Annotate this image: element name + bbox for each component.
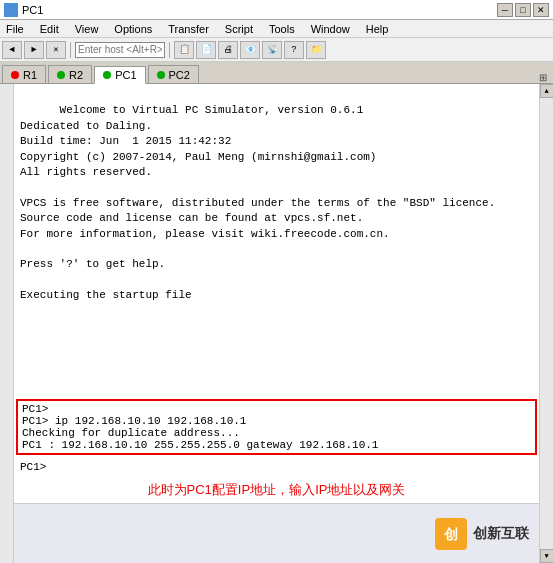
welcome-line-9: Press '?' to get help. — [20, 258, 165, 270]
toolbar-host-input[interactable] — [75, 42, 165, 58]
tab-r2-dot — [57, 71, 65, 79]
welcome-line-6: VPCS is free software, distributed under… — [20, 197, 495, 209]
menu-window[interactable]: Window — [307, 22, 354, 36]
tab-r1-label: R1 — [23, 69, 37, 81]
highlighted-command-block: PC1> PC1> ip 192.168.10.10 192.168.10.1 … — [16, 399, 537, 455]
menu-view[interactable]: View — [71, 22, 103, 36]
terminal-output: Welcome to Virtual PC Simulator, version… — [14, 84, 539, 395]
prompt-area: PC1> — [14, 459, 539, 475]
watermark-area: 创 创新互联 — [14, 503, 539, 563]
right-scrollbar[interactable]: ▲ ▼ — [539, 84, 553, 563]
menu-script[interactable]: Script — [221, 22, 257, 36]
tab-bar: R1 R2 PC1 PC2 ⊞ — [0, 62, 553, 84]
scroll-up-button[interactable]: ▲ — [540, 84, 554, 98]
welcome-line-8: For more information, please visit wiki.… — [20, 228, 390, 240]
toolbar-stop[interactable]: ✕ — [46, 41, 66, 59]
toolbar-btn1[interactable]: 📋 — [174, 41, 194, 59]
cmd-line-2: PC1> ip 192.168.10.10 192.168.10.1 — [22, 415, 531, 427]
toolbar-btn3[interactable]: 🖨 — [218, 41, 238, 59]
menu-file[interactable]: File — [2, 22, 28, 36]
tab-r2-label: R2 — [69, 69, 83, 81]
tab-resize: ⊞ — [539, 72, 551, 83]
watermark-brand: 创新互联 — [473, 525, 529, 543]
title-bar: PC1 ─ □ ✕ — [0, 0, 553, 20]
minimize-button[interactable]: ─ — [497, 3, 513, 17]
menu-edit[interactable]: Edit — [36, 22, 63, 36]
menu-options[interactable]: Options — [110, 22, 156, 36]
welcome-line-1: Welcome to Virtual PC Simulator, version… — [60, 104, 364, 116]
cmd-line-3: Checking for duplicate address... — [22, 427, 531, 439]
tab-pc2-label: PC2 — [169, 69, 190, 81]
toolbar-btn7[interactable]: 📁 — [306, 41, 326, 59]
watermark-logo: 创 — [435, 518, 467, 550]
toolbar-back[interactable]: ◄ — [2, 41, 22, 59]
toolbar-btn2[interactable]: 📄 — [196, 41, 216, 59]
terminal-area[interactable]: Welcome to Virtual PC Simulator, version… — [14, 84, 539, 563]
toolbar: ◄ ► ✕ 📋 📄 🖨 📧 📡 ? 📁 — [0, 38, 553, 62]
toolbar-btn5[interactable]: 📡 — [262, 41, 282, 59]
annotation-text: 此时为PC1配置IP地址，输入IP地址以及网关 — [14, 481, 539, 499]
logo-icon: 创 — [435, 518, 467, 550]
tab-pc1-dot — [103, 71, 111, 79]
welcome-line-7: Source code and license can be found at … — [20, 212, 363, 224]
tab-pc2[interactable]: PC2 — [148, 65, 199, 83]
welcome-line-3: Build time: Jun 1 2015 11:42:32 — [20, 135, 231, 147]
scroll-down-button[interactable]: ▼ — [540, 549, 554, 563]
welcome-line-2: Dedicated to Daling. — [20, 120, 152, 132]
welcome-line-10: Executing the startup file — [20, 289, 192, 301]
tab-r2[interactable]: R2 — [48, 65, 92, 83]
tab-r1-dot — [11, 71, 19, 79]
window-icon — [4, 3, 18, 17]
cmd-line-4: PC1 : 192.168.10.10 255.255.255.0 gatewa… — [22, 439, 531, 451]
scroll-track[interactable] — [540, 98, 553, 549]
menu-tools[interactable]: Tools — [265, 22, 299, 36]
tab-pc1[interactable]: PC1 — [94, 66, 145, 84]
title-bar-controls: ─ □ ✕ — [497, 3, 549, 17]
close-button[interactable]: ✕ — [533, 3, 549, 17]
tab-pc1-label: PC1 — [115, 69, 136, 81]
menu-bar: File Edit View Options Transfer Script T… — [0, 20, 553, 38]
toolbar-forward[interactable]: ► — [24, 41, 44, 59]
tab-pc2-dot — [157, 71, 165, 79]
watermark: 创 创新互联 — [435, 518, 529, 550]
cmd-line-1: PC1> — [22, 403, 531, 415]
svg-text:创: 创 — [443, 526, 458, 542]
toolbar-separator-2 — [169, 42, 170, 58]
window-title: PC1 — [22, 4, 43, 16]
menu-transfer[interactable]: Transfer — [164, 22, 213, 36]
menu-help[interactable]: Help — [362, 22, 393, 36]
welcome-line-5: All rights reserved. — [20, 166, 152, 178]
left-sidebar — [0, 84, 14, 563]
toolbar-btn4[interactable]: 📧 — [240, 41, 260, 59]
welcome-line-4: Copyright (c) 2007-2014, Paul Meng (mirn… — [20, 151, 376, 163]
toolbar-btn6[interactable]: ? — [284, 41, 304, 59]
terminal-prompt: PC1> — [20, 461, 46, 473]
toolbar-separator-1 — [70, 42, 71, 58]
maximize-button[interactable]: □ — [515, 3, 531, 17]
main-content: Welcome to Virtual PC Simulator, version… — [0, 84, 553, 563]
tab-r1[interactable]: R1 — [2, 65, 46, 83]
title-bar-left: PC1 — [4, 3, 43, 17]
